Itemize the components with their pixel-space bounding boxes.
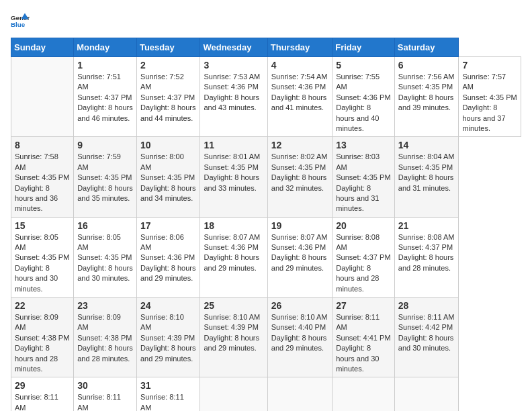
calendar-cell: 22 Sunrise: 8:09 AMSunset: 4:38 PMDaylig… — [11, 298, 74, 377]
day-number: 6 — [398, 60, 455, 71]
calendar-cell: 16 Sunrise: 8:05 AMSunset: 4:35 PMDaylig… — [74, 217, 137, 297]
day-detail: Sunrise: 8:08 AMSunset: 4:37 PMDaylight:… — [336, 232, 391, 294]
day-number: 20 — [336, 220, 391, 231]
day-detail: Sunrise: 8:04 AMSunset: 4:35 PMDaylight:… — [398, 152, 455, 193]
weekday-header-sunday: Sunday — [11, 38, 74, 57]
calendar-cell: 6 Sunrise: 7:56 AMSunset: 4:35 PMDayligh… — [394, 57, 459, 137]
weekday-header-thursday: Thursday — [267, 38, 332, 57]
day-detail: Sunrise: 8:10 AMSunset: 4:39 PMDaylight:… — [204, 312, 263, 354]
week-row-1: 1 Sunrise: 7:51 AMSunset: 4:37 PMDayligh… — [11, 57, 521, 137]
day-number: 16 — [77, 220, 133, 231]
calendar-cell: 11 Sunrise: 8:01 AMSunset: 4:35 PMDaylig… — [200, 137, 267, 217]
day-detail: Sunrise: 8:08 AMSunset: 4:37 PMDaylight:… — [398, 232, 455, 274]
day-detail: Sunrise: 8:09 AMSunset: 4:38 PMDaylight:… — [15, 312, 70, 374]
weekday-header-monday: Monday — [74, 38, 137, 57]
day-detail: Sunrise: 7:51 AMSunset: 4:37 PMDaylight:… — [77, 72, 133, 124]
calendar-cell: 19 Sunrise: 8:07 AMSunset: 4:36 PMDaylig… — [267, 217, 332, 297]
day-detail: Sunrise: 8:01 AMSunset: 4:35 PMDaylight:… — [204, 152, 263, 193]
day-detail: Sunrise: 8:11 AMSunset: 4:43 PMDaylight:… — [77, 392, 133, 411]
calendar-cell: 1 Sunrise: 7:51 AMSunset: 4:37 PMDayligh… — [74, 57, 137, 137]
calendar-cell: 27 Sunrise: 8:11 AMSunset: 4:41 PMDaylig… — [332, 298, 395, 377]
day-number: 27 — [336, 300, 391, 311]
calendar-cell: 5 Sunrise: 7:55 AMSunset: 4:36 PMDayligh… — [332, 57, 395, 137]
calendar-cell: 17 Sunrise: 8:06 AMSunset: 4:36 PMDaylig… — [136, 217, 200, 297]
calendar-cell: 9 Sunrise: 7:59 AMSunset: 4:35 PMDayligh… — [74, 137, 137, 217]
weekday-header-friday: Friday — [332, 38, 395, 57]
day-number: 30 — [77, 380, 133, 391]
calendar-cell: 7 Sunrise: 7:57 AMSunset: 4:35 PMDayligh… — [459, 57, 521, 137]
day-number: 17 — [140, 220, 197, 231]
day-detail: Sunrise: 8:11 AMSunset: 4:44 PMDaylight:… — [140, 392, 197, 411]
calendar-cell: 12 Sunrise: 8:02 AMSunset: 4:35 PMDaylig… — [267, 137, 332, 217]
day-detail: Sunrise: 8:10 AMSunset: 4:39 PMDaylight:… — [140, 312, 197, 364]
day-detail: Sunrise: 7:55 AMSunset: 4:36 PMDaylight:… — [336, 72, 391, 134]
day-detail: Sunrise: 8:11 AMSunset: 4:42 PMDaylight:… — [15, 392, 70, 411]
calendar-cell: 2 Sunrise: 7:52 AMSunset: 4:37 PMDayligh… — [136, 57, 200, 137]
day-detail: Sunrise: 7:52 AMSunset: 4:37 PMDaylight:… — [140, 72, 197, 124]
calendar-cell: 20 Sunrise: 8:08 AMSunset: 4:37 PMDaylig… — [332, 217, 395, 297]
day-number: 24 — [140, 300, 197, 311]
day-detail: Sunrise: 8:02 AMSunset: 4:35 PMDaylight:… — [271, 152, 328, 193]
calendar-cell: 30 Sunrise: 8:11 AMSunset: 4:43 PMDaylig… — [74, 377, 137, 411]
svg-text:Blue: Blue — [11, 21, 26, 28]
day-detail: Sunrise: 8:00 AMSunset: 4:35 PMDaylight:… — [140, 152, 197, 203]
day-detail: Sunrise: 8:05 AMSunset: 4:35 PMDaylight:… — [77, 232, 133, 284]
day-detail: Sunrise: 8:10 AMSunset: 4:40 PMDaylight:… — [271, 312, 328, 354]
day-number: 8 — [15, 140, 70, 150]
calendar-cell: 28 Sunrise: 8:11 AMSunset: 4:42 PMDaylig… — [394, 298, 459, 377]
logo: General Blue — [11, 11, 32, 30]
calendar-cell: 4 Sunrise: 7:54 AMSunset: 4:36 PMDayligh… — [267, 57, 332, 137]
day-number: 9 — [77, 140, 133, 150]
calendar-cell — [200, 377, 267, 411]
day-number: 31 — [140, 380, 197, 391]
calendar-cell: 31 Sunrise: 8:11 AMSunset: 4:44 PMDaylig… — [136, 377, 200, 411]
weekday-header-tuesday: Tuesday — [136, 38, 200, 57]
day-detail: Sunrise: 7:54 AMSunset: 4:36 PMDaylight:… — [271, 72, 328, 113]
week-row-3: 15 Sunrise: 8:05 AMSunset: 4:35 PMDaylig… — [11, 217, 521, 297]
calendar-cell: 24 Sunrise: 8:10 AMSunset: 4:39 PMDaylig… — [136, 298, 200, 377]
day-number: 14 — [398, 140, 455, 150]
calendar-cell: 8 Sunrise: 7:58 AMSunset: 4:35 PMDayligh… — [11, 137, 74, 217]
calendar-cell: 25 Sunrise: 8:10 AMSunset: 4:39 PMDaylig… — [200, 298, 267, 377]
day-number: 11 — [204, 140, 263, 150]
calendar-cell: 10 Sunrise: 8:00 AMSunset: 4:35 PMDaylig… — [136, 137, 200, 217]
day-number: 15 — [15, 220, 70, 231]
day-detail: Sunrise: 8:07 AMSunset: 4:36 PMDaylight:… — [204, 232, 263, 274]
calendar-cell: 13 Sunrise: 8:03 AMSunset: 4:35 PMDaylig… — [332, 137, 395, 217]
day-detail: Sunrise: 7:53 AMSunset: 4:36 PMDaylight:… — [204, 72, 263, 113]
calendar-cell: 3 Sunrise: 7:53 AMSunset: 4:36 PMDayligh… — [200, 57, 267, 137]
calendar-cell: 18 Sunrise: 8:07 AMSunset: 4:36 PMDaylig… — [200, 217, 267, 297]
day-detail: Sunrise: 8:06 AMSunset: 4:36 PMDaylight:… — [140, 232, 197, 284]
day-number: 21 — [398, 220, 455, 231]
day-number: 13 — [336, 140, 391, 150]
day-detail: Sunrise: 8:03 AMSunset: 4:35 PMDaylight:… — [336, 152, 391, 214]
calendar-cell: 29 Sunrise: 8:11 AMSunset: 4:42 PMDaylig… — [11, 377, 74, 411]
logo-icon: General Blue — [11, 11, 30, 30]
day-number: 19 — [271, 220, 328, 231]
day-number: 4 — [271, 60, 328, 71]
day-number: 22 — [15, 300, 70, 311]
day-number: 3 — [204, 60, 263, 71]
day-number: 18 — [204, 220, 263, 231]
calendar-cell — [11, 57, 74, 137]
day-detail: Sunrise: 8:11 AMSunset: 4:42 PMDaylight:… — [398, 312, 455, 354]
calendar-cell: 15 Sunrise: 8:05 AMSunset: 4:35 PMDaylig… — [11, 217, 74, 297]
day-detail: Sunrise: 8:07 AMSunset: 4:36 PMDaylight:… — [271, 232, 328, 274]
day-number: 7 — [462, 60, 517, 71]
week-row-4: 22 Sunrise: 8:09 AMSunset: 4:38 PMDaylig… — [11, 298, 521, 377]
day-detail: Sunrise: 7:57 AMSunset: 4:35 PMDaylight:… — [462, 72, 517, 134]
calendar-cell: 23 Sunrise: 8:09 AMSunset: 4:38 PMDaylig… — [74, 298, 137, 377]
day-number: 28 — [398, 300, 455, 311]
day-detail: Sunrise: 8:09 AMSunset: 4:38 PMDaylight:… — [77, 312, 133, 364]
week-row-2: 8 Sunrise: 7:58 AMSunset: 4:35 PMDayligh… — [11, 137, 521, 217]
weekday-header-saturday: Saturday — [394, 38, 459, 57]
calendar-cell: 14 Sunrise: 8:04 AMSunset: 4:35 PMDaylig… — [394, 137, 459, 217]
day-number: 5 — [336, 60, 391, 71]
day-detail: Sunrise: 7:59 AMSunset: 4:35 PMDaylight:… — [77, 152, 133, 203]
calendar-cell — [394, 377, 459, 411]
calendar-cell: 26 Sunrise: 8:10 AMSunset: 4:40 PMDaylig… — [267, 298, 332, 377]
calendar-cell: 21 Sunrise: 8:08 AMSunset: 4:37 PMDaylig… — [394, 217, 459, 297]
day-number: 12 — [271, 140, 328, 150]
day-detail: Sunrise: 7:56 AMSunset: 4:35 PMDaylight:… — [398, 72, 455, 113]
day-number: 1 — [77, 60, 133, 71]
